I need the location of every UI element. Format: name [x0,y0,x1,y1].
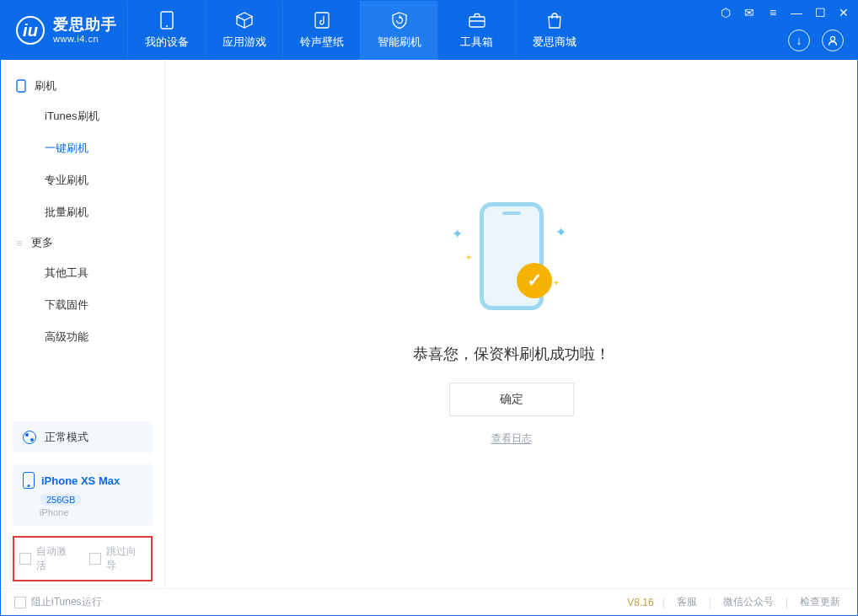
checkbox-skip-guide[interactable]: 跳过向导 [89,544,146,573]
version-label: V8.16 [627,597,653,608]
device-card[interactable]: iPhone XS Max 256GB iPhone [13,463,153,526]
sidebar-item-firmware[interactable]: 下载固件 [1,289,164,321]
flash-options-highlight: 自动激活 跳过向导 [13,536,153,581]
app-logo-icon: iu [16,16,45,45]
app-title: 爱思助手 [53,16,117,34]
header: iu 爱思助手 www.i4.cn 我的设备 应用游戏 铃声壁纸 智能刷机 [1,1,857,60]
success-message: 恭喜您，保资料刷机成功啦！ [413,344,610,364]
svg-point-1 [165,25,167,27]
sparkle-icon: ✦ [452,226,463,242]
sidebar-item-itunes[interactable]: iTunes刷机 [1,100,164,132]
tab-label: 工具箱 [460,35,493,50]
tab-label: 智能刷机 [378,35,421,50]
section-title: 更多 [31,235,53,250]
body: 刷机 iTunes刷机 一键刷机 专业刷机 批量刷机 ≡ 更多 其他工具 下载固… [1,60,857,588]
cube-icon [235,11,254,29]
check-badge-icon: ✓ [517,263,552,298]
sidebar-item-batch[interactable]: 批量刷机 [1,196,164,228]
maximize-icon[interactable]: ☐ [813,6,827,19]
window-controls: ⬡ ✉ ≡ — ☐ ✕ [719,6,850,19]
device-name: iPhone XS Max [41,474,120,487]
checkbox-block-itunes[interactable]: 阻止iTunes运行 [14,595,102,609]
tab-label: 我的设备 [145,35,189,50]
success-panel: ✦ ✦ ✦ ✦ ✓ 恭喜您，保资料刷机成功啦！ 确定 查看日志 [413,202,610,446]
mode-label: 正常模式 [45,430,88,445]
mode-icon [23,431,36,444]
sidebar-item-oneclick[interactable]: 一键刷机 [1,132,164,164]
checkbox-label: 跳过向导 [106,544,146,573]
footer: 阻止iTunes运行 V8.16 | 客服 | 微信公众号 | 检查更新 [1,588,857,615]
svg-point-4 [830,36,834,40]
phone-small-icon [16,79,26,93]
logo-area: iu 爱思助手 www.i4.cn [1,1,127,60]
nav-tabs: 我的设备 应用游戏 铃声壁纸 智能刷机 工具箱 爱思商城 [127,1,593,60]
minimize-icon[interactable]: — [790,6,803,19]
success-illustration: ✦ ✦ ✦ ✦ ✓ [415,202,609,329]
phone-icon [158,11,176,29]
tab-ringtone[interactable]: 铃声壁纸 [282,1,360,60]
menu-icon[interactable]: ≡ [766,6,780,19]
tab-label: 爱思商城 [533,35,576,50]
toolbox-icon [468,11,486,29]
footer-link-wechat[interactable]: 微信公众号 [720,595,777,609]
tab-toolbox[interactable]: 工具箱 [437,1,515,60]
download-button[interactable]: ↓ [788,29,810,51]
tab-store[interactable]: 爱思商城 [515,1,593,60]
bag-icon [545,11,564,29]
section-title: 刷机 [35,78,56,94]
sidebar: 刷机 iTunes刷机 一键刷机 专业刷机 批量刷机 ≡ 更多 其他工具 下载固… [1,60,165,588]
app-subtitle: www.i4.cn [53,34,117,45]
sparkle-icon: ✦ [553,278,560,287]
tab-label: 铃声壁纸 [300,35,344,50]
sidebar-section-flash: 刷机 [1,72,164,100]
tab-apps[interactable]: 应用游戏 [205,1,282,60]
sidebar-item-pro[interactable]: 专业刷机 [1,164,164,196]
app-window: iu 爱思助手 www.i4.cn 我的设备 应用游戏 铃声壁纸 智能刷机 [0,0,858,616]
tab-label: 应用游戏 [223,35,266,50]
sidebar-item-other-tools[interactable]: 其他工具 [1,257,164,289]
list-icon: ≡ [16,237,23,249]
sparkle-icon: ✦ [555,224,566,240]
svg-rect-5 [17,80,25,92]
checkbox-icon [14,597,26,608]
device-type: iPhone [40,507,142,517]
tshirt-icon[interactable]: ⬡ [719,6,732,19]
device-capacity: 256GB [40,494,82,506]
close-icon[interactable]: ✕ [837,6,850,19]
tab-my-device[interactable]: 我的设备 [127,1,205,60]
footer-link-support[interactable]: 客服 [673,595,700,609]
music-note-icon [313,11,331,29]
device-phone-icon [23,472,35,489]
device-mode-card[interactable]: 正常模式 [13,421,153,453]
checkbox-label: 阻止iTunes运行 [31,595,102,609]
checkbox-label: 自动激活 [36,544,76,573]
sparkle-icon: ✦ [465,253,472,262]
footer-link-update[interactable]: 检查更新 [796,595,844,609]
feedback-icon[interactable]: ✉ [743,6,756,19]
header-circle-buttons: ↓ [788,29,844,51]
ok-button[interactable]: 确定 [449,383,574,416]
sidebar-section-more: ≡ 更多 [1,228,164,257]
checkbox-icon [19,553,31,565]
user-button[interactable] [822,29,844,51]
checkbox-icon [89,553,101,565]
svg-rect-3 [469,17,485,27]
logo-text: 爱思助手 www.i4.cn [53,16,117,44]
main-content: ✦ ✦ ✦ ✦ ✓ 恭喜您，保资料刷机成功啦！ 确定 查看日志 [165,60,857,588]
view-log-link[interactable]: 查看日志 [413,431,610,446]
sidebar-item-advanced[interactable]: 高级功能 [1,321,164,353]
checkbox-auto-activate[interactable]: 自动激活 [19,544,76,573]
tab-smart-flash[interactable]: 智能刷机 [360,1,437,60]
refresh-shield-icon [390,11,409,29]
